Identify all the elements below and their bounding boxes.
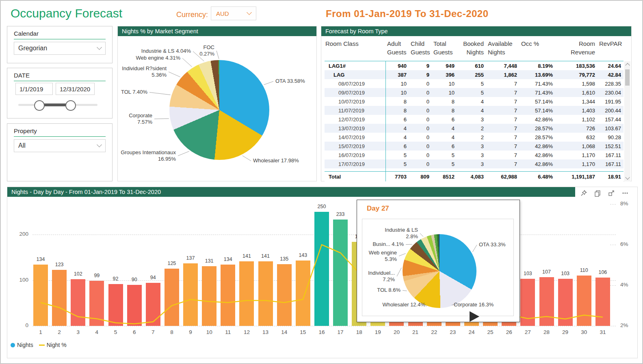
slider-handle-end[interactable] bbox=[65, 100, 76, 111]
bar-day-3[interactable] bbox=[71, 279, 85, 326]
table-row[interactable]: 12/07/20196063742.86%1,102157.44 bbox=[325, 115, 624, 124]
pin-icon[interactable] bbox=[579, 189, 588, 198]
column-header-7[interactable]: RoomRevenue bbox=[555, 39, 598, 56]
table-row[interactable]: LAG38793962551,86213.69%79,77242.84 bbox=[325, 70, 624, 79]
currency-label: Currency: bbox=[176, 11, 208, 19]
table-row[interactable]: 18/07/20195053742.86%1,170167.11 bbox=[325, 168, 624, 171]
column-header-2[interactable]: ChildGuests bbox=[409, 39, 432, 56]
table-cell: 4 bbox=[432, 134, 457, 140]
table-cell: 167.11 bbox=[598, 170, 624, 171]
table-cell: 7 bbox=[486, 170, 520, 171]
copy-icon[interactable] bbox=[593, 189, 602, 198]
table-cell: 4 bbox=[457, 99, 486, 105]
bar-day-6[interactable] bbox=[127, 285, 142, 326]
bar-day-11[interactable] bbox=[221, 265, 235, 326]
bar-day-29[interactable] bbox=[558, 279, 573, 326]
x-axis-label-29: 29 bbox=[559, 329, 572, 335]
legend-item-night-%[interactable]: Night % bbox=[39, 342, 67, 348]
bar-value-label: 135 bbox=[275, 256, 293, 262]
table-cell: 7 bbox=[486, 81, 520, 87]
mouse-cursor bbox=[470, 311, 479, 322]
table-cell: 0 bbox=[409, 108, 432, 114]
table-row[interactable]: 14/07/20194042728.57%63290.28 bbox=[325, 133, 624, 142]
currency-dropdown[interactable]: AUD bbox=[211, 6, 256, 20]
table-cell: 6 bbox=[432, 116, 457, 123]
scroll-up-icon[interactable] bbox=[624, 64, 630, 67]
x-axis-label-23: 23 bbox=[446, 329, 460, 335]
table-cell: LAG1# bbox=[325, 63, 385, 69]
scroll-down-icon[interactable] bbox=[624, 174, 630, 181]
leader-line-web-engine bbox=[182, 58, 192, 67]
bar-value-label: 99 bbox=[88, 273, 106, 278]
column-header-6[interactable]: Occ % bbox=[520, 39, 555, 48]
table-cell: 9 bbox=[409, 63, 432, 69]
column-header-8[interactable]: RevPAR bbox=[598, 39, 624, 48]
x-axis-label-2: 2 bbox=[52, 329, 66, 335]
table-row[interactable]: 17/07/20195053742.86%1,170167.11 bbox=[325, 159, 624, 168]
bar-value-label: 106 bbox=[594, 269, 612, 275]
table-cell: 1,610 bbox=[555, 90, 598, 96]
table-row[interactable]: 15/07/20196063742.86%1,068152.51 bbox=[325, 142, 624, 151]
table-cell: 396 bbox=[432, 72, 457, 78]
table-cell: 8 bbox=[432, 99, 457, 105]
column-header-5[interactable]: AvailableNights bbox=[486, 39, 520, 56]
table-cell: 4 bbox=[385, 134, 409, 140]
bar-day-10[interactable] bbox=[202, 266, 216, 326]
total-cell: 18.91 bbox=[598, 174, 624, 180]
legend-circle-swatch bbox=[11, 343, 15, 347]
table-row[interactable]: 08/07/2019100105771.43%1,598228.35 bbox=[325, 79, 624, 88]
table-cell: 7 bbox=[486, 143, 520, 149]
tooltip_pie-chart[interactable] bbox=[403, 234, 476, 308]
table-cell: LAG bbox=[325, 72, 385, 78]
focus-mode-icon[interactable] bbox=[607, 189, 616, 198]
legend-item-nights[interactable]: Nights bbox=[11, 342, 33, 348]
table-row[interactable]: 11/07/20198084757.14%1,403200.44 bbox=[325, 106, 624, 115]
column-header-0[interactable]: Room Class bbox=[325, 39, 385, 48]
table-cell: 3 bbox=[457, 116, 486, 123]
table-row[interactable]: 09/07/2019100105771.43%1,610230.04 bbox=[325, 88, 624, 97]
column-header-3[interactable]: TotalGuests bbox=[432, 39, 457, 56]
x-axis-label-10: 10 bbox=[202, 329, 216, 335]
x-axis-label-15: 15 bbox=[296, 329, 310, 335]
right-axis-label-6%: 6% bbox=[620, 241, 628, 247]
table-cell: 1,170 bbox=[555, 170, 598, 171]
column-header-4[interactable]: BookedNights bbox=[457, 39, 486, 56]
calendar-dropdown[interactable]: Gregorian bbox=[14, 42, 106, 55]
table-cell: 28.57% bbox=[520, 134, 555, 140]
slider-handle-start[interactable] bbox=[34, 100, 45, 111]
bar-day-8[interactable] bbox=[165, 269, 179, 326]
table-cell: 1,403 bbox=[555, 108, 598, 114]
bar-day-5[interactable] bbox=[108, 284, 123, 326]
bar-value-label: 125 bbox=[163, 261, 181, 266]
pie-label-foc: FOC0.27% bbox=[121, 44, 214, 57]
table-cell: 42.86% bbox=[520, 143, 555, 149]
bar-day-30[interactable] bbox=[577, 276, 591, 326]
bar-day-4[interactable] bbox=[89, 281, 104, 326]
bar-day-13[interactable] bbox=[258, 261, 273, 326]
start-date-input[interactable]: 1/1/2019 bbox=[15, 83, 53, 95]
scrollbar-thumb[interactable] bbox=[625, 69, 630, 86]
bar-value-label: 110 bbox=[575, 267, 593, 273]
market_pie-chart[interactable] bbox=[169, 60, 269, 160]
bar-day-1[interactable] bbox=[33, 265, 48, 326]
tooltip-title: Day 27 bbox=[367, 205, 389, 213]
table-row[interactable]: 10/07/20198084757.14%1,344191.95 bbox=[325, 97, 624, 106]
table-cell: 12/07/2019 bbox=[325, 116, 385, 123]
bar-day-12[interactable] bbox=[239, 261, 254, 326]
bar-day-2[interactable] bbox=[52, 270, 67, 326]
table-scrollbar[interactable] bbox=[624, 61, 630, 181]
column-header-1[interactable]: AdultGuests bbox=[385, 39, 409, 56]
table-row[interactable]: LAG1#94099496107,4488.19%183,53624.64 bbox=[325, 61, 624, 70]
bar-day-31[interactable] bbox=[595, 278, 610, 326]
table-cell: 103.67 bbox=[598, 125, 624, 131]
table-row[interactable]: 13/07/20194042728.57%726103.67 bbox=[325, 124, 624, 133]
bar-day-14[interactable] bbox=[277, 264, 292, 326]
more-options-icon[interactable] bbox=[621, 189, 630, 198]
table-row[interactable]: 16/07/20195053742.86%1,170167.11 bbox=[325, 151, 624, 159]
bar-value-label: 137 bbox=[182, 255, 199, 261]
table-cell: 0 bbox=[409, 99, 432, 105]
bar-value-label: 141 bbox=[238, 253, 255, 259]
bar-day-7[interactable] bbox=[146, 283, 160, 326]
bar-day-9[interactable] bbox=[183, 263, 198, 326]
leader-line-wholesaler bbox=[242, 156, 251, 161]
